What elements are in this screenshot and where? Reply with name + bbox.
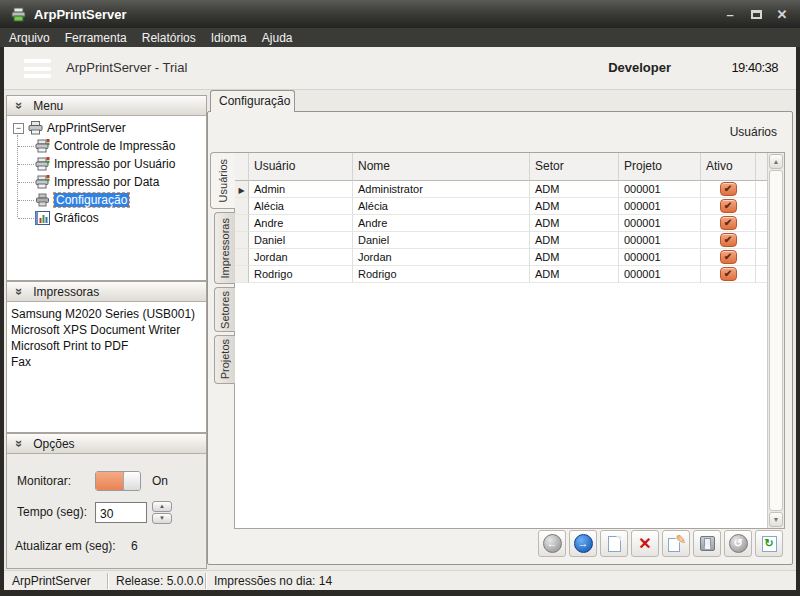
table-row[interactable]: Andre Andre ADM 000001 ✔ bbox=[235, 215, 767, 232]
col-usuario[interactable]: Usuário bbox=[249, 153, 353, 181]
cell-nome[interactable]: Administrator bbox=[353, 181, 530, 198]
collapse-chevron-icon[interactable]: » bbox=[13, 288, 26, 295]
monitor-toggle[interactable] bbox=[95, 471, 141, 491]
active-check-button[interactable]: ✔ bbox=[720, 182, 737, 196]
active-check-button[interactable]: ✔ bbox=[720, 199, 737, 213]
printer-list-item[interactable]: Fax bbox=[11, 354, 206, 370]
title-bar[interactable]: ArpPrintServer – ✕ bbox=[0, 0, 800, 28]
collapse-chevron-icon[interactable]: » bbox=[13, 102, 26, 109]
row-selector[interactable] bbox=[235, 266, 249, 283]
user-mode-label: Developer bbox=[608, 60, 671, 75]
cell-projeto[interactable]: 000001 bbox=[619, 181, 701, 198]
options-panel-header[interactable]: » Opções bbox=[7, 434, 206, 454]
forward-button[interactable]: → bbox=[569, 530, 597, 557]
hamburger-menu-icon[interactable] bbox=[24, 59, 51, 78]
scrollbar-thumb[interactable] bbox=[769, 170, 783, 511]
cell-setor[interactable]: ADM bbox=[530, 232, 619, 249]
cell-usuario[interactable]: Jordan bbox=[249, 249, 353, 266]
delete-record-button[interactable]: ✕ bbox=[631, 530, 659, 557]
table-row[interactable]: Alécia Alécia ADM 000001 ✔ bbox=[235, 198, 767, 215]
save-record-button[interactable] bbox=[693, 530, 721, 557]
cell-usuario[interactable]: Andre bbox=[249, 215, 353, 232]
menu-ajuda[interactable]: Ajuda bbox=[262, 31, 293, 45]
table-row[interactable]: Jordan Jordan ADM 000001 ✔ bbox=[235, 249, 767, 266]
cell-setor[interactable]: ADM bbox=[530, 215, 619, 232]
tab-configuracao[interactable]: Configuração bbox=[210, 90, 295, 112]
close-button[interactable]: ✕ bbox=[774, 7, 790, 22]
tree-collapse-box[interactable]: − bbox=[13, 123, 24, 134]
table-row[interactable]: Daniel Daniel ADM 000001 ✔ bbox=[235, 232, 767, 249]
cell-setor[interactable]: ADM bbox=[530, 266, 619, 283]
cell-projeto[interactable]: 000001 bbox=[619, 232, 701, 249]
col-nome[interactable]: Nome bbox=[353, 153, 530, 181]
undo-button[interactable]: ↺ bbox=[724, 530, 752, 557]
tree-item-controle-impressao[interactable]: Controle de Impressão bbox=[35, 137, 206, 155]
table-row[interactable]: Rodrigo Rodrigo ADM 000001 ✔ bbox=[235, 266, 767, 283]
cell-projeto[interactable]: 000001 bbox=[619, 215, 701, 232]
cell-usuario[interactable]: Rodrigo bbox=[249, 266, 353, 283]
row-selector[interactable] bbox=[235, 249, 249, 266]
col-projeto[interactable]: Projeto bbox=[619, 153, 701, 181]
printer-list-item[interactable]: Samsung M2020 Series (USB001) bbox=[11, 306, 206, 322]
tree-item-impressao-usuario[interactable]: Impressão por Usuário bbox=[35, 155, 206, 173]
cell-nome[interactable]: Andre bbox=[353, 215, 530, 232]
menu-relatorios[interactable]: Relatórios bbox=[142, 31, 196, 45]
menu-idioma[interactable]: Idioma bbox=[211, 31, 247, 45]
printer-list-item[interactable]: Microsoft XPS Document Writer bbox=[11, 322, 206, 338]
edit-record-button[interactable]: ✎ bbox=[662, 530, 690, 557]
row-selector[interactable] bbox=[235, 232, 249, 249]
interval-input[interactable] bbox=[95, 502, 147, 523]
cell-projeto[interactable]: 000001 bbox=[619, 249, 701, 266]
vertical-scrollbar[interactable]: ▲ ▼ bbox=[767, 153, 784, 528]
tree-item-configuracao[interactable]: Configuração bbox=[35, 191, 206, 209]
new-record-button[interactable] bbox=[600, 530, 628, 557]
spin-up-icon[interactable]: ▲ bbox=[152, 501, 172, 512]
row-selector[interactable] bbox=[235, 198, 249, 215]
active-check-button[interactable]: ✔ bbox=[720, 250, 737, 264]
back-button[interactable]: ← bbox=[538, 530, 566, 557]
cell-setor[interactable]: ADM bbox=[530, 181, 619, 198]
active-check-button[interactable]: ✔ bbox=[720, 216, 737, 230]
menu-arquivo[interactable]: Arquivo bbox=[9, 31, 50, 45]
col-ativo[interactable]: Ativo bbox=[701, 153, 756, 181]
tree-root-item[interactable]: − ArpPrintServer bbox=[13, 119, 206, 137]
app-title: ArpPrintServer - Trial bbox=[66, 60, 187, 75]
cell-usuario[interactable]: Alécia bbox=[249, 198, 353, 215]
cell-projeto[interactable]: 000001 bbox=[619, 266, 701, 283]
cell-nome[interactable]: Alécia bbox=[353, 198, 530, 215]
cell-usuario[interactable]: Daniel bbox=[249, 232, 353, 249]
tree-item-graficos[interactable]: Gráficos bbox=[35, 209, 206, 227]
cell-setor[interactable]: ADM bbox=[530, 198, 619, 215]
cell-nome[interactable]: Rodrigo bbox=[353, 266, 530, 283]
active-check-button[interactable]: ✔ bbox=[720, 233, 737, 247]
menu-panel-header[interactable]: » Menu bbox=[7, 96, 206, 116]
cell-usuario[interactable]: Admin bbox=[249, 181, 353, 198]
cell-nome[interactable]: Daniel bbox=[353, 232, 530, 249]
printer-list-item[interactable]: Microsoft Print to PDF bbox=[11, 338, 206, 354]
table-row[interactable]: ▶ Admin Administrator ADM 000001 ✔ bbox=[235, 181, 767, 198]
row-selector[interactable]: ▶ bbox=[235, 181, 249, 198]
vtab-setores[interactable]: Setores bbox=[214, 287, 235, 332]
row-selector[interactable] bbox=[235, 215, 249, 232]
cell-setor[interactable]: ADM bbox=[530, 249, 619, 266]
scroll-down-button[interactable]: ▼ bbox=[769, 512, 783, 527]
cell-nome[interactable]: Jordan bbox=[353, 249, 530, 266]
vtab-impressoras[interactable]: Impressoras bbox=[214, 212, 235, 284]
scroll-up-button[interactable]: ▲ bbox=[769, 154, 783, 169]
cell-projeto[interactable]: 000001 bbox=[619, 198, 701, 215]
collapse-chevron-icon[interactable]: » bbox=[13, 440, 26, 447]
spin-down-icon[interactable]: ▼ bbox=[152, 513, 172, 524]
tree-item-impressao-data[interactable]: Impressão por Data bbox=[35, 173, 206, 191]
status-app-name: ArpPrintServer bbox=[4, 574, 107, 588]
maximize-button[interactable] bbox=[748, 7, 764, 22]
active-check-button[interactable]: ✔ bbox=[720, 267, 737, 281]
vtab-usuarios[interactable]: Usuários bbox=[210, 152, 235, 209]
refresh-button[interactable]: ↻ bbox=[755, 530, 783, 557]
printers-panel-header[interactable]: » Impressoras bbox=[7, 282, 206, 302]
col-setor[interactable]: Setor bbox=[530, 153, 619, 181]
minimize-button[interactable]: – bbox=[722, 7, 738, 22]
toggle-knob[interactable] bbox=[123, 472, 140, 490]
vtab-projetos[interactable]: Projetos bbox=[214, 335, 235, 384]
menu-ferramenta[interactable]: Ferramenta bbox=[65, 31, 127, 45]
interval-spinner: ▲ ▼ bbox=[152, 501, 172, 524]
